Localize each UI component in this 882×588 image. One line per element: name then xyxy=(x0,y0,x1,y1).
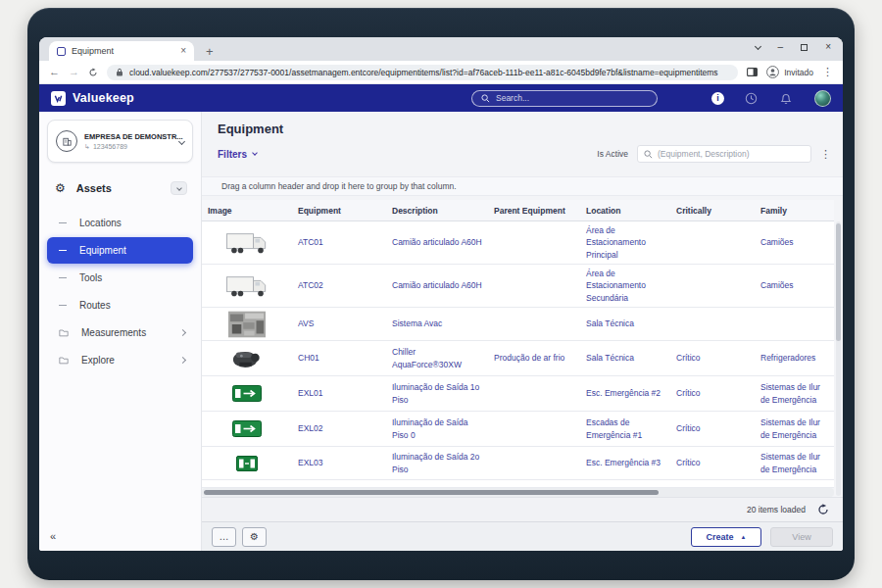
table-row[interactable]: ATC02 Camião articulado A60H Área de Est… xyxy=(202,265,834,308)
view-button[interactable]: View xyxy=(770,527,833,547)
user-avatar[interactable] xyxy=(814,90,831,107)
global-search-input[interactable] xyxy=(496,93,648,103)
cell-location: Escadas de Emergência #1 xyxy=(580,414,670,444)
vertical-scrollbar[interactable] xyxy=(836,221,841,496)
info-button[interactable]: i xyxy=(711,92,724,105)
table-row[interactable]: EXL02 Iluminação de Saída Piso 0 Escadas… xyxy=(202,412,834,447)
folder-icon xyxy=(59,328,69,337)
assets-section-header[interactable]: ⚙ Assets xyxy=(47,163,193,198)
horizontal-scrollbar[interactable] xyxy=(202,488,834,497)
valuekeep-logo-icon xyxy=(51,91,66,106)
company-chevron-down-icon[interactable] xyxy=(178,137,185,144)
cell-location: Esc. Emergência #3 xyxy=(580,454,670,471)
sidebar-item-routes[interactable]: Routes xyxy=(47,292,193,318)
caret-up-icon: ▲ xyxy=(741,534,747,540)
browser-menu-icon[interactable]: ⋮ xyxy=(822,67,833,77)
settings-gear-button[interactable]: ⚙ xyxy=(242,527,267,547)
list-search-input[interactable] xyxy=(658,149,805,159)
cell-family: Sistemas de Ilur de Emergência xyxy=(755,448,834,478)
list-options-kebab-icon[interactable]: ⋮ xyxy=(820,149,831,160)
sidebar-item-locations[interactable]: Locations xyxy=(47,210,193,236)
items-loaded-text: 20 items loaded xyxy=(747,505,806,514)
main-panel: Equipment Filters Is Active ⋮ xyxy=(202,112,843,551)
cell-location: Área de Estacionamento Principal xyxy=(580,221,670,264)
cell-equipment: EXL01 xyxy=(292,384,386,402)
filters-toggle[interactable]: Filters xyxy=(218,149,257,160)
browser-profile-chip[interactable]: Invitado xyxy=(766,66,813,78)
partial-row xyxy=(202,480,834,488)
table-row[interactable]: ATC01 Camião articulado A60H Área de Est… xyxy=(202,221,834,265)
section-collapse-button[interactable] xyxy=(171,181,187,195)
more-actions-button[interactable]: … xyxy=(212,527,236,547)
is-active-label: Is Active xyxy=(597,149,628,159)
tab-close-icon[interactable]: × xyxy=(180,46,186,56)
cell-description: Iluminação de Saída 2o Piso xyxy=(386,448,488,478)
cell-criticality: Crítico xyxy=(670,419,755,437)
col-header-parent[interactable]: Parent Equipment xyxy=(488,206,580,216)
sidebar-item-tools[interactable]: Tools xyxy=(47,265,193,291)
cell-criticality: Crítico xyxy=(670,384,755,402)
table-row[interactable]: AVS Sistema Avac Sala Técnica xyxy=(202,308,834,341)
vertical-scrollbar-thumb[interactable] xyxy=(836,223,841,341)
status-bar: 20 items loaded xyxy=(202,497,843,521)
equipment-photo-truck xyxy=(202,270,292,302)
table-row[interactable]: EXL01 Iluminação de Saída 1o Piso Esc. E… xyxy=(202,376,834,412)
cell-equipment: EXL02 xyxy=(292,419,386,437)
search-icon xyxy=(644,150,653,159)
global-search[interactable] xyxy=(471,90,658,107)
cell-criticality xyxy=(670,283,755,289)
reload-icon[interactable] xyxy=(88,68,98,77)
horizontal-scrollbar-thumb[interactable] xyxy=(204,490,659,495)
cell-description: Camião articulado A60H xyxy=(386,233,488,251)
new-tab-button[interactable]: + xyxy=(206,45,214,58)
history-clock-icon[interactable] xyxy=(745,92,758,105)
sidebar-collapse-button[interactable]: « xyxy=(50,531,56,542)
equipment-photo-hvac xyxy=(202,309,292,340)
sidebar-item-explore[interactable]: Explore xyxy=(47,347,193,373)
address-bar[interactable]: cloud.valuekeep.com/277537/277537-0001/a… xyxy=(107,65,738,80)
list-search[interactable] xyxy=(637,145,811,163)
equipment-photo-truck xyxy=(202,227,292,259)
cell-description: Chiller AquaForce®30XW xyxy=(386,343,488,373)
group-by-hint: Drag a column header and drop it here to… xyxy=(202,176,843,196)
browser-tab[interactable]: Equipment × xyxy=(49,41,194,61)
cell-family: Sistemas de Ilur de Emergência xyxy=(755,378,834,409)
col-header-image[interactable]: Image xyxy=(202,206,292,216)
url-text: cloud.valuekeep.com/277537/277537-0001/a… xyxy=(129,68,718,77)
col-header-criticality[interactable]: Critically xyxy=(670,206,755,216)
col-header-equipment[interactable]: Equipment xyxy=(292,206,386,216)
tab-search-chevron-icon[interactable] xyxy=(755,42,761,49)
sidebar-item-equipment[interactable]: Equipment xyxy=(47,237,193,264)
cell-equipment: ATC02 xyxy=(292,276,386,294)
company-selector[interactable]: EMPRESA DE DEMONSTR... ↳ 123456789 xyxy=(47,120,193,163)
refresh-icon[interactable] xyxy=(817,504,829,515)
cell-equipment: ATC01 xyxy=(292,233,386,251)
window-close-button[interactable]: × xyxy=(825,42,831,52)
cell-parent xyxy=(488,321,580,327)
window-controls: – × xyxy=(756,42,831,52)
cell-parent: Produção de ar frio xyxy=(488,349,580,367)
minimize-button[interactable]: – xyxy=(778,42,784,52)
col-header-description[interactable]: Description xyxy=(386,206,488,216)
cell-location: Sala Técnica xyxy=(580,315,670,332)
cell-family: Camiões xyxy=(755,233,834,251)
list-dash-icon xyxy=(59,305,67,306)
create-button[interactable]: Create ▲ xyxy=(691,527,761,547)
sidebar-item-measurements[interactable]: Measurements xyxy=(47,319,193,346)
browser-panel-icon[interactable] xyxy=(747,68,758,76)
cell-family xyxy=(755,321,834,327)
col-header-location[interactable]: Location xyxy=(580,206,670,216)
forward-icon[interactable]: → xyxy=(69,67,79,77)
col-header-family[interactable]: Family xyxy=(755,206,834,216)
profile-name: Invitado xyxy=(784,68,813,77)
cell-location: Esc. Emergência #2 xyxy=(580,384,670,402)
assets-section-label: Assets xyxy=(76,182,112,194)
back-icon[interactable]: ← xyxy=(49,67,60,77)
chevron-down-icon xyxy=(252,150,258,156)
notifications-bell-icon[interactable] xyxy=(780,92,792,105)
table-row[interactable]: EXL03 Iluminação de Saída 2o Piso Esc. E… xyxy=(202,447,834,480)
maximize-button[interactable] xyxy=(801,44,808,51)
tab-title: Equipment xyxy=(72,46,174,56)
table-row[interactable]: CH01 Chiller AquaForce®30XW Produção de … xyxy=(202,341,834,376)
cell-family: Camiões xyxy=(755,276,834,294)
